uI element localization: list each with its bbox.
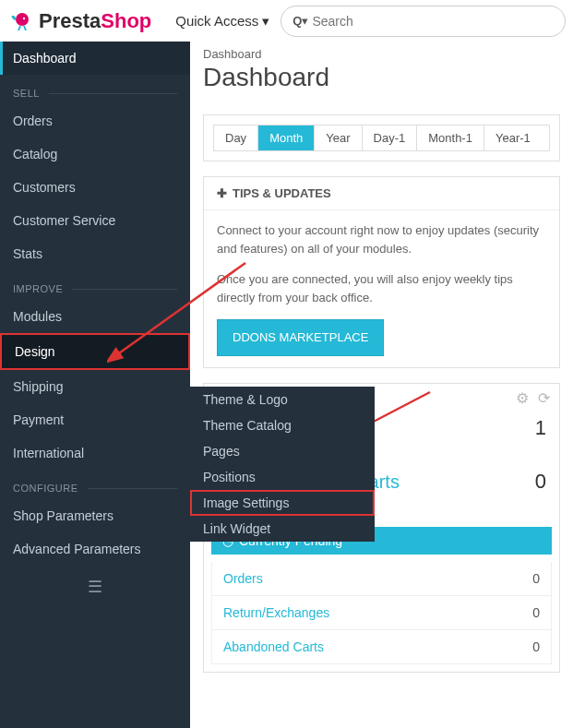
submenu-link-widget[interactable]: Link Widget — [190, 516, 375, 542]
range-tab-month[interactable]: Month — [258, 125, 315, 150]
sidebar-item-catalog[interactable]: Catalog — [0, 137, 190, 171]
sidebar-collapse-button[interactable]: ☰ — [0, 566, 190, 608]
sidebar-item-dashboard[interactable]: Dashboard — [0, 42, 190, 75]
addons-marketplace-button[interactable]: DDONS MARKETPLACE — [217, 319, 384, 356]
sidebar-item-advanced-parameters[interactable]: Advanced Parameters — [0, 532, 190, 566]
sidebar-item-design[interactable]: Design — [0, 333, 190, 370]
caret-down-icon: ▾ — [262, 13, 269, 30]
sidebar-item-shipping[interactable]: Shipping — [0, 370, 190, 403]
search-input[interactable] — [312, 14, 554, 29]
date-range-card: Day Month Year Day-1 Month-1 Year-1 — [203, 114, 560, 161]
sidebar-item-payment[interactable]: Payment — [0, 403, 190, 436]
submenu-image-settings[interactable]: Image Settings — [190, 490, 375, 516]
sidebar-item-customers[interactable]: Customers — [0, 171, 190, 204]
pending-row-abandoned[interactable]: Abandoned Carts 0 — [211, 630, 552, 664]
range-tab-day-1[interactable]: Day-1 — [363, 125, 418, 150]
stat-active-carts-value: 0 — [535, 470, 546, 494]
hamburger-icon: ☰ — [88, 578, 102, 596]
sidebar-item-shop-parameters[interactable]: Shop Parameters — [0, 499, 190, 532]
tips-card: ✚ TIPS & UPDATES Connect to your account… — [203, 176, 560, 368]
pending-row-orders[interactable]: Orders 0 — [211, 562, 552, 596]
sidebar-item-modules[interactable]: Modules — [0, 300, 190, 333]
submenu-theme-catalog[interactable]: Theme Catalog — [190, 412, 375, 438]
submenu-pages[interactable]: Pages — [190, 438, 375, 464]
logo-bird-icon — [11, 10, 33, 32]
page-title: Dashboard — [203, 63, 560, 92]
gear-icon[interactable]: ⚙ — [516, 390, 529, 406]
tips-text-2: Once you are connected, you will also en… — [217, 270, 546, 306]
refresh-icon[interactable]: ⟳ — [538, 390, 550, 406]
range-tab-month-1[interactable]: Month-1 — [417, 125, 484, 150]
sidebar: Dashboard SELL Orders Catalog Customers … — [0, 42, 190, 728]
design-submenu: Theme & Logo Theme Catalog Pages Positio… — [190, 387, 375, 542]
svg-point-1 — [23, 17, 25, 18]
quick-access-dropdown[interactable]: Quick Access ▾ — [175, 13, 269, 30]
sidebar-section-improve: IMPROVE — [0, 270, 190, 300]
puzzle-icon: ✚ — [217, 186, 227, 200]
tips-text-1: Connect to your account right now to enj… — [217, 221, 546, 257]
sidebar-section-sell: SELL — [0, 75, 190, 104]
submenu-theme-logo[interactable]: Theme & Logo — [190, 387, 375, 412]
pending-row-returns[interactable]: Return/Exchanges 0 — [211, 596, 552, 630]
sidebar-item-international[interactable]: International — [0, 436, 190, 470]
submenu-positions[interactable]: Positions — [190, 464, 375, 490]
svg-point-0 — [16, 13, 29, 26]
range-tab-year[interactable]: Year — [315, 125, 362, 150]
sidebar-section-configure: CONFIGURE — [0, 470, 190, 499]
stat-online-visitors-value: 1 — [535, 416, 546, 440]
search-icon: Q▾ — [292, 14, 308, 28]
search-box[interactable]: Q▾ — [281, 6, 566, 37]
range-tab-day[interactable]: Day — [214, 125, 258, 150]
sidebar-item-customer-service[interactable]: Customer Service — [0, 204, 190, 237]
logo-text: PrestaShop — [39, 9, 151, 33]
sidebar-item-stats[interactable]: Stats — [0, 237, 190, 270]
range-tab-year-1[interactable]: Year-1 — [484, 125, 542, 150]
main-content: Dashboard Dashboard Day Month Year Day-1… — [190, 42, 573, 728]
breadcrumb: Dashboard — [203, 47, 560, 61]
tips-heading: ✚ TIPS & UPDATES — [204, 177, 559, 210]
sidebar-item-orders[interactable]: Orders — [0, 104, 190, 137]
